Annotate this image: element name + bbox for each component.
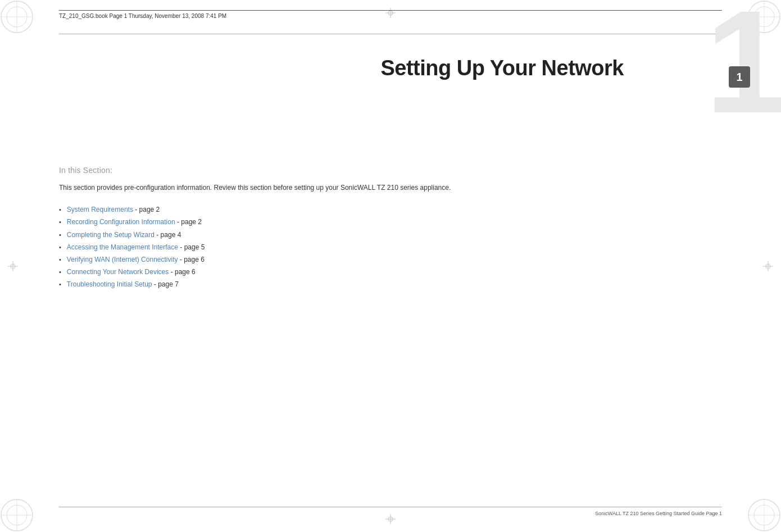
toc-link-troubleshooting[interactable]: Troubleshooting Initial Setup [67,280,152,288]
file-info-bar: TZ_210_GSG.book Page 1 Thursday, Novembe… [59,10,722,19]
toc-link-recording-config[interactable]: Recording Configuration Information [67,218,175,226]
bullet-icon: • [59,229,61,240]
footer: SonicWALL TZ 210 Series Getting Started … [59,507,722,516]
toc-page-5: - page 6 [169,268,195,276]
mid-right-mark [763,261,773,271]
bullet-icon: • [59,242,61,253]
chapter-badge-number: 1 [736,71,742,84]
toc-link-mgmt-interface[interactable]: Accessing the Management Interface [67,243,178,251]
page-container: TZ_210_GSG.book Page 1 Thursday, Novembe… [0,0,781,532]
list-item: • Completing the Setup Wizard - page 4 [59,229,722,241]
bullet-icon: • [59,279,61,290]
file-info-text: TZ_210_GSG.book Page 1 Thursday, Novembe… [59,13,226,19]
toc-link-network-devices[interactable]: Connecting Your Network Devices [67,268,169,276]
toc-page-2: - page 4 [155,231,181,239]
section-heading: In this Section: [59,166,722,175]
intro-paragraph: This section provides pre-configuration … [59,183,722,193]
content-area: In this Section: This section provides p… [59,166,722,291]
top-rule [59,34,722,34]
toc-link-system-requirements[interactable]: System Requirements [67,206,133,213]
bullet-icon: • [59,204,61,215]
toc-list: • System Requirements - page 2 • Recordi… [59,203,722,290]
page-title: Setting Up Your Network [59,56,624,80]
deco-circle-tl [0,0,45,45]
list-item: • Connecting Your Network Devices - page… [59,266,722,278]
deco-circle-bl [0,487,45,532]
toc-link-setup-wizard[interactable]: Completing the Setup Wizard [67,231,155,239]
bullet-icon: • [59,254,61,265]
toc-page-3: - page 5 [178,243,205,251]
toc-page-1: - page 2 [175,218,202,226]
bullet-icon: • [59,266,61,278]
main-title-container: Setting Up Your Network [59,56,669,80]
list-item: • Recording Configuration Information - … [59,216,722,228]
bullet-icon: • [59,216,61,228]
list-item: • Troubleshooting Initial Setup - page 7 [59,278,722,290]
toc-page-4: - page 6 [178,256,204,263]
mid-left-mark [8,261,18,271]
toc-link-wan-connectivity[interactable]: Verifying WAN (Internet) Connectivity [67,256,178,263]
toc-page-6: - page 7 [152,280,179,288]
toc-page-0: - page 2 [133,206,160,213]
chapter-badge: 1 [729,66,750,88]
deco-circle-br [736,487,781,532]
list-item: • Verifying WAN (Internet) Connectivity … [59,253,722,266]
list-item: • Accessing the Management Interface - p… [59,241,722,253]
list-item: • System Requirements - page 2 [59,203,722,216]
footer-text: SonicWALL TZ 210 Series Getting Started … [595,511,722,516]
